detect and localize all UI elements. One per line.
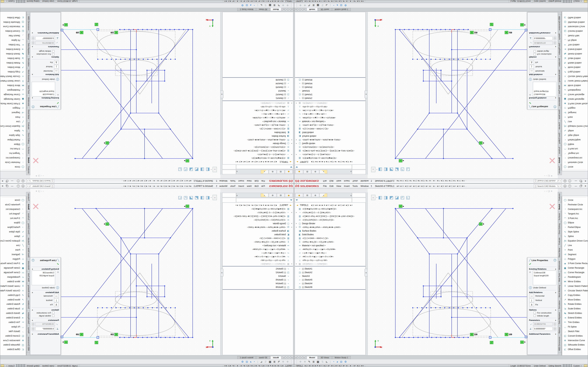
command-tab[interactable]: Direct Editing <box>26 222 30 236</box>
flyout-tool-item[interactable]: ∿ Style Spline <box>562 229 588 234</box>
tree-sketch-item[interactable]: ◳ (-) Sketch6 <box>223 285 293 289</box>
command-tab[interactable]: MBD Dimensions <box>26 15 30 32</box>
command-tab[interactable]: Features <box>26 165 30 175</box>
panel-tab[interactable]: ⊞ <box>277 193 285 197</box>
flyout-tool-item[interactable]: ◔ Centerpoint Arc <box>0 207 26 211</box>
flyout-tool-item[interactable]: ◠ 3 Point Arc <box>0 147 26 151</box>
flyout-tool-item[interactable]: ◌ Perimeter Circle <box>562 202 588 207</box>
toolbar-icon[interactable]: ◕ <box>250 360 252 363</box>
toolbar-icon[interactable]: ⊾ <box>260 4 262 7</box>
flyout-tool-item[interactable]: ◠ 3 Point Arc <box>0 216 26 221</box>
confirmation-corner-close-icon[interactable]: ✕ <box>32 201 40 212</box>
flyout-tool-item[interactable]: ⊛ Intersection Curve <box>562 338 588 343</box>
tree-item[interactable]: ▤ ○ƧƷƐ✚◉ʘ◎ΛΑΦ○◎○ΦΑΛ◎ʘ◉✚ƐƷƧ○ <box>223 156 293 160</box>
vertical-relation-button[interactable]: |Vertical <box>32 298 59 302</box>
command-tab[interactable]: Evaluate <box>558 236 562 246</box>
command-tab[interactable]: Weldments <box>558 259 562 271</box>
tree-item[interactable]: ≔ Material < not specified > <box>295 244 365 247</box>
tree-item[interactable]: ▸ ▧ ○ƧƐƷИNΛ⋂◦○◦○◦⋂ΛNИƷƐƧ○ <box>295 101 365 105</box>
length-stepper[interactable]: ▲▼ <box>553 41 556 45</box>
flyout-tool-item[interactable]: ◝ Tangent Arc <box>562 211 588 216</box>
tree-item[interactable]: ▱ ○✚Ɛ⊃c◦ʘ○✳◉▯○◦○▯◉✳○ʘ◦c⊃Ɛ✚○ <box>295 255 365 258</box>
tree-item[interactable]: ⊥ ○ИN◦◎c◦ʘ◎○◦○◎ʘ◦c◎◦NИ○ <box>223 105 293 109</box>
rollback-bar-end[interactable] <box>295 289 365 290</box>
tree-item[interactable]: ▱ ○✚Ɛ⊃c◦ʘ○✳◉▯○◦○▯◉✳○ʘ◦c⊃Ɛ✚○ <box>223 109 293 112</box>
menu-item[interactable]: Window <box>361 180 369 182</box>
tree-item[interactable]: ▱ ○✚Ɛ⊃c◦ʘ○✳◉▯○◦○▯◉✳○ʘ◦c⊃Ɛ✚○ <box>295 109 365 112</box>
play-document-icon[interactable]: ▸ <box>213 167 217 172</box>
flyout-tool-item[interactable]: ▱ Parallelogram <box>0 88 26 92</box>
command-tab[interactable]: Simulation <box>558 299 562 310</box>
menu-item[interactable]: Window <box>219 185 227 187</box>
view-cube-icon[interactable]: ◪ <box>395 195 399 200</box>
status-custom-dropdown[interactable]: Custom▴ <box>572 0 583 3</box>
flyout-tool-item[interactable]: ⇲ Scale Entities <box>562 56 588 61</box>
flyout-tool-item[interactable]: ⠿ Linear Sketch Pattern <box>0 79 26 83</box>
command-tab[interactable]: Markup <box>558 32 562 41</box>
toolbar-icon[interactable]: | <box>330 360 331 363</box>
panel-tab[interactable]: ◑ <box>261 170 268 174</box>
command-tab[interactable]: MBD Dimensions <box>558 15 562 32</box>
tree-sketch-item[interactable]: ⌐ (-) Sketch5 <box>295 85 365 89</box>
flyout-tool-item[interactable]: ▪ Point <box>0 248 26 252</box>
tree-sketch-item[interactable]: ⌐ (-) Sketch4 <box>223 282 293 285</box>
tree-filter-input[interactable] <box>236 165 293 169</box>
flyout-tool-item[interactable]: ◞ Sketch Fillet <box>562 329 588 334</box>
flyout-tool-item[interactable]: ▣ Center Rectangle <box>562 266 588 270</box>
panel-splitter-handle[interactable]: ◉ <box>364 269 368 276</box>
relation-tag[interactable]: =109 <box>76 31 83 34</box>
quick-access-toolbar-icons[interactable]: ◉✚ ◉ƆC ◉ƷƐ ◉✦ ◉ƧƷ ◉ʘ ◉ƷƐ ◉✦ ◉ ○ ◉ ○ ◉✦ ◉… <box>56 180 191 182</box>
angle-field[interactable]: 0.00000000° <box>35 36 55 40</box>
flyout-tool-item[interactable]: ↻ Rotate Entities <box>0 61 26 65</box>
user-account-icon[interactable]: ◎ <box>563 184 566 188</box>
angle-stepper[interactable]: ▲▼ <box>553 36 556 40</box>
tree-item[interactable]: ◴ ○ƧƷʘ◎ƧИNƷƐƧ○◦○ƧƐƷNИƧ◎ʘƷƧ○ <box>295 145 365 149</box>
flyout-tool-item[interactable]: ◫ Silhouette Entities <box>562 20 588 25</box>
toolbar-icon[interactable]: ❖ <box>299 360 302 363</box>
flyout-tool-item[interactable]: ◯ Ellipse <box>0 142 26 147</box>
command-tab[interactable]: Surfaces <box>26 145 30 155</box>
angle-field[interactable]: 0.00000000° <box>533 327 553 331</box>
view-cube-icon[interactable]: ◪ <box>189 195 193 200</box>
tree-item[interactable]: ▱ ○◦◎✚○✳◉▯○◦○▯◉✳○✚◎◦○ <box>223 251 293 255</box>
search-icon[interactable] <box>29 180 31 182</box>
toolbar-icon[interactable]: ❖ <box>282 4 284 7</box>
flyout-tool-item[interactable]: ◈ 3 Point Center Recta... <box>0 261 26 266</box>
flyout-tool-item[interactable]: ▣ Center Rectangle <box>562 97 588 101</box>
tree-item[interactable]: ▸ Ⓐ ○ƧИN◎◦✚Α✚◎ИNΑ○◦○ΑNИ◎✚Α✚◦◎NИƧ○ <box>223 225 293 229</box>
toolbar-icon[interactable]: ◕ <box>336 4 338 7</box>
toolbar-icon[interactable]: ◕ <box>250 4 252 7</box>
status-custom-dropdown[interactable]: Custom▴ <box>5 0 16 3</box>
flyout-tool-item[interactable]: ◯ Ellipse <box>0 220 26 225</box>
flyout-tool-item[interactable]: ∿ Spline <box>0 234 26 239</box>
tree-item[interactable]: ▸ ▧ ○ƧƐƷИNΛ⋂◦○◦○◦⋂ΛNИƷƐƧ○ <box>223 101 293 105</box>
search-icon[interactable] <box>557 180 559 182</box>
view-cube-icon[interactable]: ◧ <box>378 167 382 172</box>
pin-icon[interactable] <box>370 180 372 182</box>
command-tab[interactable]: Mold Tools <box>558 272 562 283</box>
view-cube-icon[interactable]: ◱ <box>406 167 410 172</box>
dropdown-caret-icon[interactable]: ▾ <box>376 169 377 170</box>
toolbar-icon[interactable]: ≣ <box>312 360 315 363</box>
panel-help-icon[interactable]: ? <box>32 105 35 108</box>
document-window-controls[interactable]: ▫▫❏✕ <box>544 175 553 177</box>
flyout-tool-item[interactable]: ƒx Equation Driven Curve <box>0 124 26 128</box>
panel-help-icon[interactable]: ? <box>553 259 556 262</box>
relations-listbox[interactable]: Collinear108Equal length109 <box>533 271 556 285</box>
tree-sketch-item[interactable]: ◳ (-) Sketch2 <box>295 271 365 274</box>
view-cube-icon[interactable]: ◰ <box>184 195 188 200</box>
flyout-tool-item[interactable]: ▪ Point <box>562 248 588 252</box>
rollback-bar-end[interactable] <box>295 77 365 78</box>
minimize-button[interactable]: — <box>11 180 13 182</box>
view-cube-icon[interactable]: ◰ <box>184 167 188 172</box>
command-tab[interactable]: Evaluate <box>26 236 30 246</box>
tree-item[interactable]: ▱ ○✚ИN◎ʘ+○✳◉▯○◦○▯◉✳○+ʘ◎NИ✚○ <box>223 247 293 251</box>
tree-item[interactable]: Σ ○ƧИN◎◦✚Α⋃ƷƐ○◦○ƐƷ⋃Α✚◦◎NИƧ○ <box>223 123 293 127</box>
toolbar-icon[interactable]: ⇅ <box>321 360 324 363</box>
command-tab[interactable]: MBD Dimensions <box>26 335 30 352</box>
status-note-icon[interactable] <box>584 0 587 2</box>
view-cube-icon[interactable]: ◨ <box>200 195 204 200</box>
toolbar-icon[interactable]: ✎ <box>278 360 280 363</box>
flyout-tool-item[interactable]: ◇ Polygon <box>562 257 588 261</box>
tree-item[interactable]: ⊥ ○ИN◦◎c◦ʘ◎○◦○◎ʘ◦c◎◦NИ○ <box>295 105 365 109</box>
